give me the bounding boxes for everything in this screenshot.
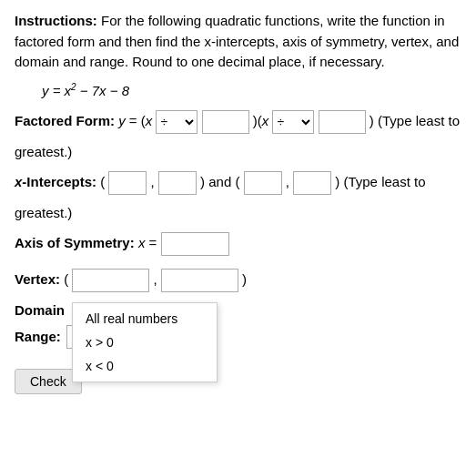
axis-of-symmetry-row: Axis of Symmetry: x = [15, 229, 461, 257]
x-intercepts-open1: ( [100, 174, 105, 189]
domain-dropdown-menu: All real numbers x > 0 x < 0 [72, 302, 218, 382]
x-intercepts-comma1: , [151, 174, 155, 189]
vertex-input1[interactable] [72, 269, 149, 292]
domain-row: Domain ✓ All real numbers x > 0 x < 0 [15, 302, 461, 318]
factored-form-dropdown1[interactable]: ÷ + − × [156, 110, 197, 134]
domain-option-x-lt-0[interactable]: x < 0 [73, 354, 217, 378]
factored-form-prefix: y = (x [118, 113, 152, 128]
domain-label: Domain [15, 302, 65, 318]
axis-input[interactable] [161, 232, 229, 256]
x-intercepts-comma2: , [286, 174, 289, 189]
vertex-comma: , [154, 271, 157, 287]
factored-form-suffix: ) (Type least to [370, 113, 460, 128]
axis-prefix: x = [138, 235, 157, 250]
vertex-input2[interactable] [161, 269, 238, 292]
x-intercepts-close1: ) and ( [200, 174, 239, 189]
x-intercepts-input2[interactable] [158, 171, 197, 195]
factored-form-input2[interactable] [319, 110, 366, 134]
equation-display: y = x2 − 7x − 8 [42, 82, 461, 98]
vertex-open: ( [64, 271, 68, 287]
domain-option-all-real[interactable]: All real numbers [73, 307, 217, 331]
x-intercepts-row: x-Intercepts: ( , ) and ( , ) (Type leas… [15, 168, 461, 196]
vertex-close: ) [242, 271, 247, 287]
factored-form-dropdown2[interactable]: ÷ + − × [272, 110, 314, 134]
instructions-label: Instructions: [15, 13, 97, 28]
range-label: Range: [15, 329, 61, 344]
instructions-block: Instructions: For the following quadrati… [15, 11, 461, 73]
factored-form-input1[interactable] [202, 110, 249, 134]
factored-form-label: Factored Form: [15, 113, 115, 128]
x-intercepts-input1[interactable] [108, 171, 147, 195]
factored-form-mid: )(x [253, 113, 269, 128]
factored-form-hint: greatest.) [15, 144, 461, 159]
x-intercepts-label: x-Intercepts: [15, 174, 96, 189]
x-intercepts-input3[interactable] [244, 171, 282, 195]
x-intercepts-input4[interactable] [293, 171, 331, 195]
x-intercepts-close2: ) (Type least to [335, 174, 425, 189]
x-intercepts-hint: greatest.) [15, 205, 461, 220]
factored-form-row: Factored Form: y = (x ÷ + − × )(x ÷ + − … [15, 107, 461, 135]
vertex-row: Vertex: ( , ) [15, 266, 461, 293]
domain-option-x-gt-0[interactable]: x > 0 [73, 331, 217, 354]
axis-of-symmetry-label: Axis of Symmetry: [15, 235, 135, 250]
vertex-label: Vertex: [15, 271, 60, 287]
